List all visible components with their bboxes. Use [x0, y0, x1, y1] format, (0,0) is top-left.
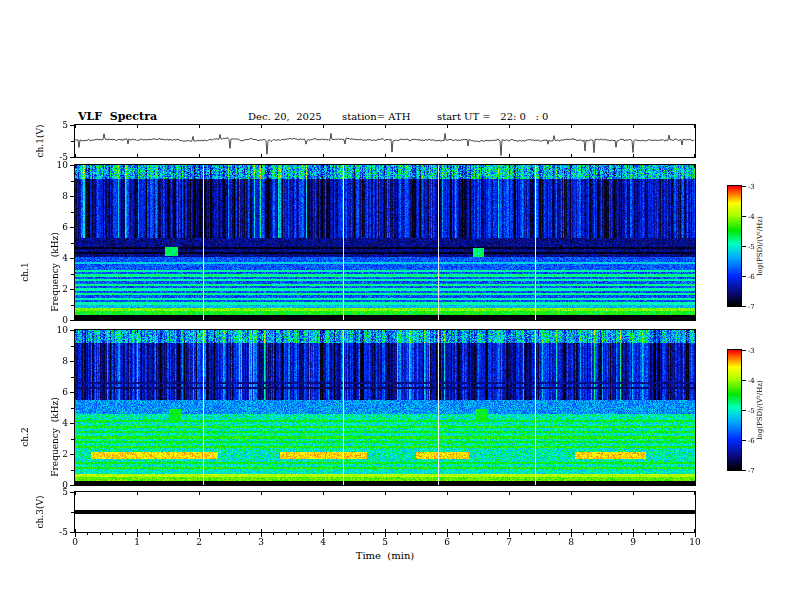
tick-mark [236, 532, 237, 535]
tick-mark [70, 330, 74, 331]
tick-mark [71, 181, 74, 182]
tick-mark [100, 532, 101, 535]
tick-mark [70, 423, 74, 424]
tick-mark [71, 346, 74, 347]
tick-mark [311, 532, 312, 535]
tick-mark [373, 532, 374, 535]
tick-mark [70, 492, 74, 493]
tick-mark [70, 392, 74, 393]
tick-mark [397, 532, 398, 535]
tick-mark [149, 532, 150, 535]
tick-mark [422, 532, 423, 535]
ch3-voltage-waveform-plot [75, 492, 695, 532]
colorbar-tick-label: -7 [748, 466, 755, 476]
tick-mark [70, 289, 74, 290]
x-tick-label: 4 [313, 537, 333, 547]
x-tick-label: 9 [623, 537, 643, 547]
x-tick-label: 8 [561, 537, 581, 547]
tick-mark [70, 196, 74, 197]
colorbar-tick-label: -6 [748, 436, 755, 446]
y-tick-label: 2 [50, 284, 68, 294]
tick-mark [112, 532, 113, 535]
tick-mark [410, 532, 411, 535]
x-tick-label: 0 [65, 537, 85, 547]
ch1-voltage-panel [74, 124, 696, 158]
colorbar-tick-label: -7 [748, 302, 755, 312]
tick-mark [71, 212, 74, 213]
tick-mark [71, 377, 74, 378]
tick-mark [211, 532, 212, 535]
figure-title: VLF Spectra [78, 110, 157, 123]
y-tick-label: 8 [50, 191, 68, 201]
tick-mark [70, 227, 74, 228]
ch1-spectrogram-ylabel: ch.1 Frequency (kHz) [0, 212, 80, 332]
figure-date: Dec. 20, 2025 [248, 111, 322, 122]
tick-mark [70, 157, 74, 158]
tick-mark [70, 454, 74, 455]
tick-mark [187, 532, 188, 535]
y-tick-label: 5 [50, 487, 68, 497]
tick-mark [335, 532, 336, 535]
tick-mark [71, 243, 74, 244]
tick-mark [348, 532, 349, 535]
tick-mark [71, 439, 74, 440]
tick-mark [546, 532, 547, 535]
y-tick-label: -5 [50, 527, 68, 537]
tick-mark [742, 306, 746, 307]
ch1-colorbar-label: log(PSD)/(V²/Hz) [756, 201, 764, 291]
ch2-spectrogram-panel [74, 329, 696, 486]
tick-mark [249, 532, 250, 535]
y-tick-label: 5 [50, 120, 68, 130]
tick-mark [583, 532, 584, 535]
colorbar-tick-label: -5 [748, 242, 755, 252]
tick-mark [87, 532, 88, 535]
tick-mark [670, 532, 671, 535]
tick-mark [70, 165, 74, 166]
colorbar-tick-label: -4 [748, 376, 755, 386]
tick-mark [596, 532, 597, 535]
ch1-colorbar [727, 185, 742, 307]
ch2-colorbar-label: log(PSD)/(V²/Hz) [756, 365, 764, 455]
y-tick-label: 2 [50, 449, 68, 459]
x-tick-label: 10 [685, 537, 705, 547]
tick-mark [70, 532, 74, 533]
tick-mark [608, 532, 609, 535]
y-tick-label: 0 [50, 315, 68, 325]
x-axis-label: Time (min) [335, 550, 435, 561]
tick-mark [742, 470, 746, 471]
tick-mark [70, 258, 74, 259]
tick-mark [497, 532, 498, 535]
tick-mark [298, 532, 299, 535]
colorbar-tick-label: -4 [748, 212, 755, 222]
tick-mark [472, 532, 473, 535]
ch2-spectrogram-ylabel-line1: ch.2 [20, 377, 30, 497]
tick-mark [71, 408, 74, 409]
y-tick-label: 6 [50, 387, 68, 397]
ch1-spectrogram-plot [75, 165, 695, 320]
colorbar-tick-label: -3 [748, 182, 755, 192]
ch2-colorbar [727, 349, 742, 471]
y-tick-label: 6 [50, 222, 68, 232]
tick-mark [742, 276, 746, 277]
tick-mark [71, 305, 74, 306]
x-tick-label: 1 [127, 537, 147, 547]
colorbar-tick-label: -5 [748, 406, 755, 416]
ch1-colorbar-gradient [728, 186, 741, 306]
tick-mark [125, 532, 126, 535]
tick-mark [174, 532, 175, 535]
y-tick-label: 8 [50, 356, 68, 366]
colorbar-tick-label: -6 [748, 272, 755, 282]
tick-mark [742, 350, 746, 351]
ch1-spectrogram-ylabel-line1: ch.1 [20, 212, 30, 332]
ch3-voltage-ylabel: ch.3(V) [35, 472, 45, 552]
y-tick-label: -5 [50, 152, 68, 162]
x-tick-label: 2 [189, 537, 209, 547]
tick-mark [71, 274, 74, 275]
tick-mark [742, 380, 746, 381]
figure-start-ut: start UT = 22: 0 : 0 [437, 111, 548, 122]
tick-mark [742, 186, 746, 187]
tick-mark [621, 532, 622, 535]
tick-mark [534, 532, 535, 535]
y-tick-label: 4 [50, 418, 68, 428]
tick-mark [70, 361, 74, 362]
